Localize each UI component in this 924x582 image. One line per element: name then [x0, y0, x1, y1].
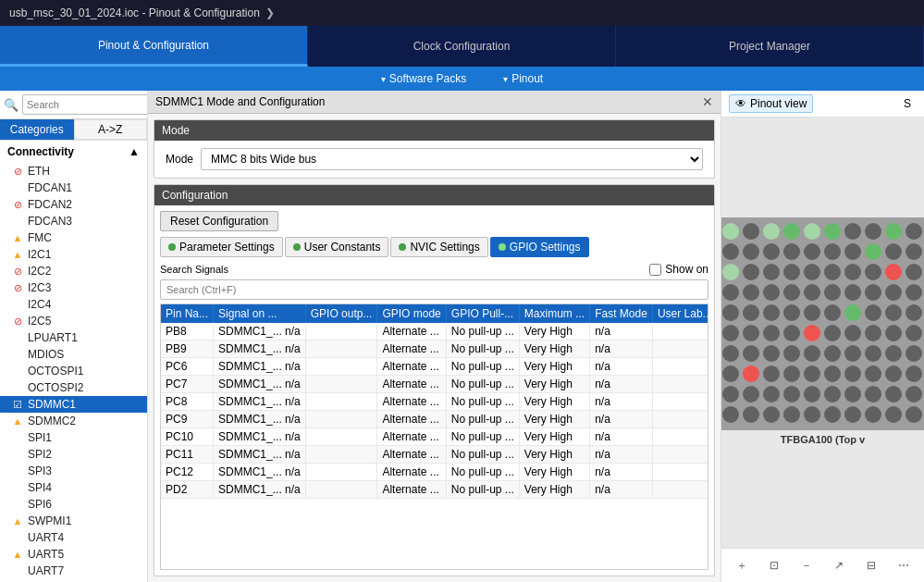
- bga-pin[interactable]: [743, 223, 759, 240]
- bga-pin[interactable]: [824, 325, 841, 341]
- close-icon[interactable]: ✕: [702, 94, 713, 109]
- bga-pin[interactable]: [844, 264, 861, 280]
- col-signal[interactable]: Signal on ...: [214, 304, 306, 323]
- sidebar-item-spi4[interactable]: SPI4: [0, 479, 147, 496]
- bga-pin[interactable]: [885, 325, 902, 341]
- col-fast-mode[interactable]: Fast Mode: [590, 304, 653, 323]
- sidebar-item-i2c1[interactable]: ▲ I2C1: [0, 246, 147, 263]
- bga-pin[interactable]: [743, 386, 759, 402]
- bga-pin[interactable]: [722, 243, 739, 260]
- search-input[interactable]: [22, 94, 148, 115]
- sidebar-item-sdmmc2[interactable]: ▲ SDMMC2: [0, 413, 147, 429]
- tab-a-to-z[interactable]: A->Z: [74, 119, 148, 140]
- bga-pin[interactable]: [824, 223, 841, 240]
- sidebar-item-lpuart1[interactable]: LPUART1: [0, 329, 147, 346]
- bga-pin[interactable]: [722, 345, 739, 362]
- bga-pin[interactable]: [885, 284, 902, 301]
- bga-pin[interactable]: [743, 264, 759, 280]
- bga-pin[interactable]: [804, 386, 820, 402]
- table-row[interactable]: PC8 SDMMC1_... n/a Alternate ... No pull…: [161, 393, 708, 411]
- tab-gpio-settings[interactable]: GPIO Settings: [490, 237, 589, 257]
- bga-pin[interactable]: [763, 243, 780, 260]
- bga-pin[interactable]: [722, 304, 739, 321]
- tab-parameter-settings[interactable]: Parameter Settings: [160, 237, 283, 257]
- bga-pin[interactable]: [906, 406, 922, 423]
- bga-pin[interactable]: [824, 264, 841, 280]
- bga-pin[interactable]: [885, 345, 902, 362]
- bga-pin[interactable]: [865, 325, 881, 341]
- bga-pin[interactable]: [906, 386, 922, 402]
- fit-button[interactable]: ⊡: [761, 552, 787, 578]
- bga-pin[interactable]: [906, 345, 922, 362]
- bga-pin[interactable]: [722, 264, 739, 280]
- tab-clock-configuration[interactable]: Clock Configuration: [308, 26, 616, 67]
- col-user-label[interactable]: User Lab...: [652, 304, 708, 323]
- bga-pin[interactable]: [783, 406, 800, 423]
- bga-pin[interactable]: [783, 345, 800, 362]
- bga-pin[interactable]: [722, 223, 739, 240]
- pinout-view-button[interactable]: 👁 Pinout view: [729, 94, 813, 113]
- col-max-speed[interactable]: Maximum ...: [519, 304, 589, 323]
- bga-pin[interactable]: [906, 304, 922, 321]
- bga-pin[interactable]: [885, 386, 902, 402]
- search-signals-input[interactable]: [160, 279, 708, 300]
- bga-pin[interactable]: [722, 386, 739, 402]
- bga-pin[interactable]: [783, 243, 800, 260]
- sidebar-item-octospi2[interactable]: OCTOSPI2: [0, 379, 147, 396]
- tab-categories[interactable]: Categories: [0, 119, 74, 140]
- table-row[interactable]: PC6 SDMMC1_... n/a Alternate ... No pull…: [161, 358, 708, 376]
- zoom-in-button[interactable]: ＋: [729, 552, 755, 578]
- zoom-out-button[interactable]: －: [794, 552, 819, 578]
- table-row[interactable]: PD2 SDMMC1_... n/a Alternate ... No pull…: [161, 481, 708, 499]
- bga-pin[interactable]: [824, 386, 841, 402]
- col-gpio-pull[interactable]: GPIO Pull-...: [446, 304, 519, 323]
- bga-pin[interactable]: [763, 406, 780, 423]
- tab-pinout-configuration[interactable]: Pinout & Configuration: [0, 26, 308, 67]
- bga-pin[interactable]: [885, 223, 902, 240]
- tab-nvic-settings[interactable]: NVIC Settings: [390, 237, 487, 257]
- sidebar-item-mdios[interactable]: MDIOS: [0, 346, 147, 363]
- bga-pin[interactable]: [763, 345, 780, 362]
- bga-pin[interactable]: [743, 406, 759, 423]
- bga-pin[interactable]: [865, 345, 881, 362]
- bga-pin[interactable]: [763, 386, 780, 402]
- bga-pin[interactable]: [885, 304, 902, 321]
- bga-pin[interactable]: [763, 284, 780, 301]
- table-row[interactable]: PB8 SDMMC1_... n/a Alternate ... No pull…: [161, 323, 708, 341]
- bga-pin[interactable]: [763, 304, 780, 321]
- sidebar-item-uart5[interactable]: ▲ UART5: [0, 546, 147, 563]
- table-row[interactable]: PC11 SDMMC1_... n/a Alternate ... No pul…: [161, 446, 708, 464]
- bga-pin[interactable]: [783, 365, 800, 382]
- bga-pin[interactable]: [783, 304, 800, 321]
- tab-project-manager[interactable]: Project Manager: [616, 26, 924, 67]
- bga-pin[interactable]: [824, 406, 841, 423]
- table-row[interactable]: PC9 SDMMC1_... n/a Alternate ... No pull…: [161, 411, 708, 428]
- sidebar-item-i2c3[interactable]: ⊘ I2C3: [0, 279, 147, 296]
- export2-button[interactable]: ⊟: [858, 552, 884, 578]
- bga-pin[interactable]: [844, 284, 861, 301]
- sidebar-item-swpmi1[interactable]: ▲ SWPMI1: [0, 513, 147, 529]
- bga-pin[interactable]: [865, 223, 881, 240]
- sidebar-item-fmc[interactable]: ▲ FMC: [0, 229, 147, 246]
- bga-pin[interactable]: [885, 406, 902, 423]
- bga-pin[interactable]: [763, 365, 780, 382]
- more-button[interactable]: ⋯: [891, 552, 917, 578]
- sidebar-item-i2c2[interactable]: ⊘ I2C2: [0, 263, 147, 279]
- bga-pin[interactable]: [865, 406, 881, 423]
- bga-pin[interactable]: [763, 223, 780, 240]
- bga-pin[interactable]: [783, 264, 800, 280]
- bga-pin[interactable]: [844, 386, 861, 402]
- bga-pin[interactable]: [783, 386, 800, 402]
- bga-pin[interactable]: [844, 345, 861, 362]
- bga-pin[interactable]: [824, 345, 841, 362]
- bga-pin[interactable]: [763, 264, 780, 280]
- sidebar-item-fdcan1[interactable]: FDCAN1: [0, 180, 147, 196]
- bga-pin[interactable]: [844, 365, 861, 382]
- bga-pin[interactable]: [844, 406, 861, 423]
- bga-pin[interactable]: [906, 243, 922, 260]
- table-row[interactable]: PC10 SDMMC1_... n/a Alternate ... No pul…: [161, 428, 708, 446]
- bga-pin[interactable]: [844, 223, 861, 240]
- sidebar-item-i2c4[interactable]: I2C4: [0, 296, 147, 313]
- bga-pin[interactable]: [844, 325, 861, 341]
- bga-pin[interactable]: [722, 406, 739, 423]
